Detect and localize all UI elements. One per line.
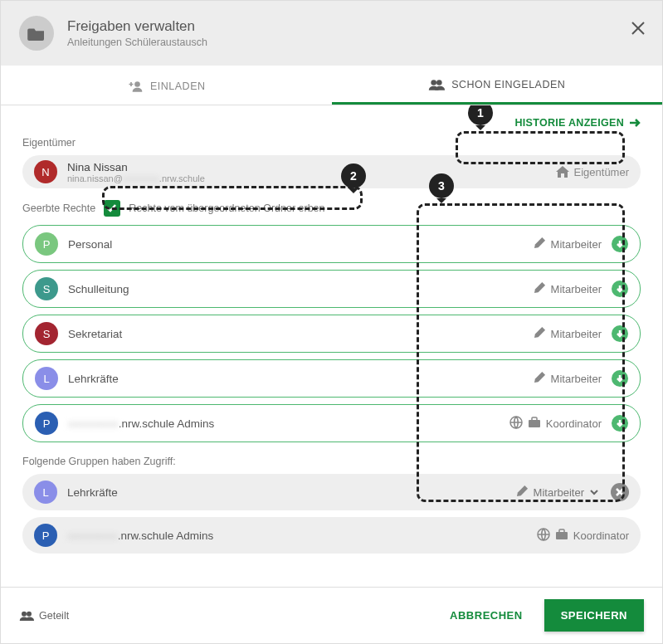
group-row[interactable]: SSekretariat Mitarbeiter [22,315,641,353]
inherited-icon [612,370,628,387]
history-link[interactable]: HISTORIE ANZEIGEN [22,117,641,129]
group-row[interactable]: PPersonal Mitarbeiter [22,225,641,263]
role-chip[interactable]: Mitarbeiter [516,483,629,501]
svg-point-4 [436,80,442,85]
pencil-icon [516,485,529,500]
svg-point-12 [27,611,32,616]
callout-3: 3 [429,173,454,198]
inherited-icon [612,281,628,297]
inherited-icon [612,415,628,432]
group-name: xxxxxxxxx.nrw.schule Admins [68,417,214,430]
access-label: Folgende Gruppen haben Zugriff: [22,456,641,467]
role-chip: Mitarbeiter [534,325,628,342]
pencil-icon [534,326,546,341]
inherit-checkbox[interactable] [104,200,120,217]
group-name: Lehrkräfte [67,486,118,499]
tab-invite[interactable]: EINLADEN [1,66,332,105]
inherit-text: Rechte vom übergeordneten Ordner erben [129,202,324,214]
pencil-icon [534,237,546,251]
svg-point-3 [431,80,436,85]
role-chip[interactable]: Koordinator [537,528,629,544]
inherited-icon [612,236,628,252]
role-chip: Mitarbeiter [534,281,628,297]
svg-rect-6 [529,420,540,427]
dialog-footer: Geteilt ABBRECHEN SPEICHERN [1,587,662,643]
group-row[interactable]: SSchulleitung Mitarbeiter [22,270,641,308]
group-avatar: L [34,481,57,504]
group-row[interactable]: Pxxxxxxxxx.nrw.schule Admins Koordinator [22,404,641,442]
group-avatar: P [35,232,58,256]
group-avatar: S [35,322,58,345]
owner-avatar: N [34,160,57,183]
close-button[interactable] [631,21,646,39]
briefcase-icon [555,529,568,543]
owner-email: nina.nissan@xxxxxxxx.nrw.schule [67,173,205,183]
svg-point-11 [22,611,27,616]
group-name: xxxxxxxxx.nrw.schule Admins [67,529,213,542]
owner-name: Nina Nissan [67,161,205,173]
pencil-icon [534,281,546,296]
globe-icon [509,416,523,432]
group-name: Sekretariat [68,328,122,340]
dialog-title: Freigaben verwalten [67,18,207,35]
inherit-row: Geerbte Rechte Rechte vom übergeordneten… [22,200,641,217]
group-avatar: P [35,412,58,435]
briefcase-icon [528,417,541,431]
role-chip: Koordinator [509,415,628,432]
globe-icon [537,528,550,544]
callout-2: 2 [341,163,366,188]
inherit-label: Geerbte Rechte [22,202,95,214]
owner-row: N Nina Nissan nina.nissan@xxxxxxxx.nrw.s… [22,155,641,188]
inherited-icon [612,325,628,342]
group-name: Schulleitung [68,283,129,295]
tabs: EINLADEN SCHON EINGELADEN [1,66,662,105]
group-row[interactable]: LLehrkräfte Mitarbeiter [22,359,641,398]
group-avatar: S [35,277,58,300]
owner-label: Eigentümer [22,137,641,149]
svg-point-2 [134,81,140,87]
folder-icon [19,16,54,51]
dialog-header: Freigaben verwalten Anleitungen Schülera… [1,1,662,66]
role-chip: Mitarbeiter [534,236,628,252]
owner-role: Eigentümer [556,166,629,178]
group-avatar: P [34,524,57,547]
shared-indicator: Geteilt [19,610,69,622]
remove-button[interactable] [611,483,629,501]
group-row[interactable]: LLehrkräfte Mitarbeiter [22,474,641,510]
group-name: Lehrkräfte [68,373,119,385]
role-chip: Mitarbeiter [534,370,628,387]
group-row[interactable]: Pxxxxxxxxx.nrw.schule Admins Koordinator [22,517,641,554]
svg-rect-10 [556,532,568,539]
pencil-icon [534,371,546,386]
group-name: Personal [68,238,112,251]
tab-invited[interactable]: SCHON EINGELADEN [332,66,663,105]
dialog-subtitle: Anleitungen Schüleraustausch [67,37,207,48]
group-avatar: L [35,367,58,390]
save-button[interactable]: SPEICHERN [544,599,644,632]
cancel-button[interactable]: ABBRECHEN [438,601,534,630]
